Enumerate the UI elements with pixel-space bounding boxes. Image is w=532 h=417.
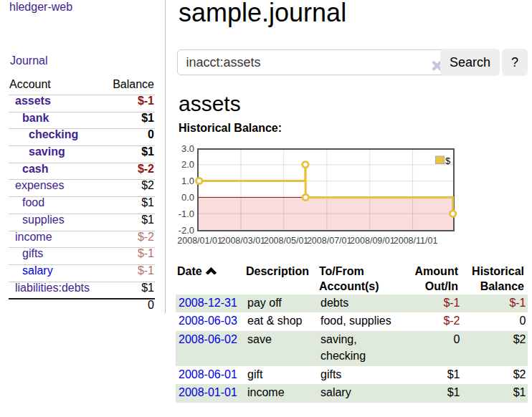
svg-text:2008/07/01: 2008/07/01 <box>307 236 352 246</box>
svg-text:2008/03/01: 2008/03/01 <box>221 236 266 246</box>
svg-text:2008/11/01: 2008/11/01 <box>394 236 438 246</box>
svg-text:2008/01/01: 2008/01/01 <box>177 236 222 246</box>
svg-text:-1.0: -1.0 <box>179 208 194 219</box>
svg-text:1.0: 1.0 <box>181 176 194 186</box>
svg-text:2008/05/01: 2008/05/01 <box>264 236 309 246</box>
svg-text:-2.0: -2.0 <box>179 225 194 236</box>
svg-text:2.0: 2.0 <box>181 159 194 170</box>
svg-text:$: $ <box>445 155 451 166</box>
svg-text:0.0: 0.0 <box>181 192 194 203</box>
svg-text:3.0: 3.0 <box>181 143 194 154</box>
svg-text:2008/09/01: 2008/09/01 <box>350 236 395 246</box>
